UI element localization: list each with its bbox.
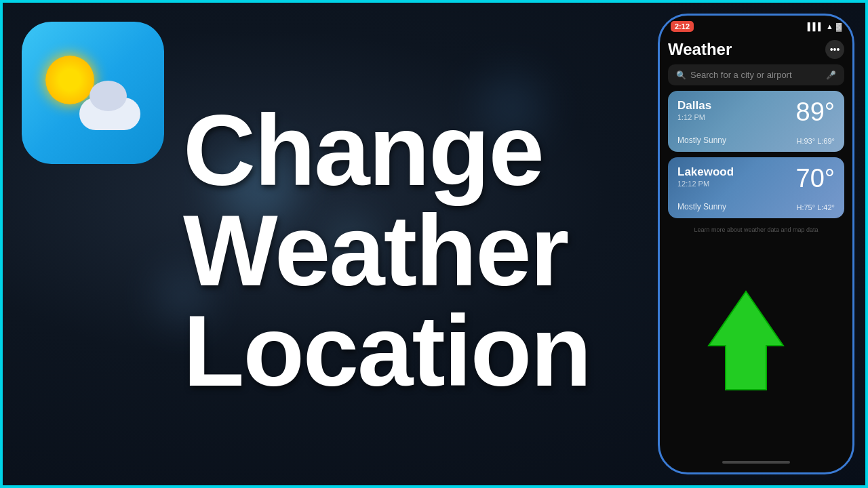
dallas-hilow: H:93° L:69° [796, 137, 835, 145]
weather-card-lakewood[interactable]: Lakewood 12:12 PM 70° Mostly Sunny H:75°… [668, 157, 844, 218]
phone-title: Weather [668, 40, 732, 59]
lakewood-low: L:42° [817, 203, 835, 211]
lakewood-high: H:75° [796, 203, 815, 211]
more-button[interactable]: ••• [825, 40, 844, 59]
search-bar[interactable]: 🔍 Search for a city or airport 🎤 [668, 64, 844, 85]
lakewood-condition: Mostly Sunny [677, 202, 726, 211]
lakewood-temp: 70° [796, 164, 835, 193]
dallas-high: H:93° [796, 137, 815, 145]
battery-icon: ▓ [836, 22, 842, 30]
signal-icon: ▌▌▌ [808, 22, 823, 30]
title-line1: Change [183, 100, 658, 201]
status-bar: 2:12 ▌▌▌ ▲ ▓ [660, 16, 852, 35]
dallas-temp: 89° [796, 98, 835, 127]
status-time: 2:12 [671, 21, 694, 32]
dallas-condition: Mostly Sunny [677, 136, 726, 145]
lakewood-hilow: H:75° L:42° [796, 203, 835, 211]
title-line2: Weather [183, 201, 658, 301]
phone-content: Weather ••• 🔍 Search for a city or airpo… [660, 35, 852, 452]
search-icon: 🔍 [676, 70, 686, 80]
home-indicator [660, 452, 852, 472]
weather-card-dallas[interactable]: Dallas 1:12 PM 89° Mostly Sunny H:93° L:… [668, 91, 844, 152]
microphone-icon: 🎤 [826, 70, 836, 80]
status-icons: ▌▌▌ ▲ ▓ [808, 22, 842, 30]
wifi-icon: ▲ [826, 22, 833, 30]
title-line3: Location [183, 301, 658, 401]
title-overlay: Change Weather Location [0, 0, 658, 488]
attribution: Learn more about weather data and map da… [668, 226, 844, 233]
search-placeholder: Search for a city or airport [690, 70, 822, 80]
dallas-low: L:69° [817, 137, 835, 145]
home-bar [722, 461, 790, 464]
phone-mockup: 2:12 ▌▌▌ ▲ ▓ Weather ••• 🔍 Search for a … [658, 14, 854, 474]
phone-header-row: Weather ••• [668, 40, 844, 59]
more-icon: ••• [830, 44, 840, 55]
